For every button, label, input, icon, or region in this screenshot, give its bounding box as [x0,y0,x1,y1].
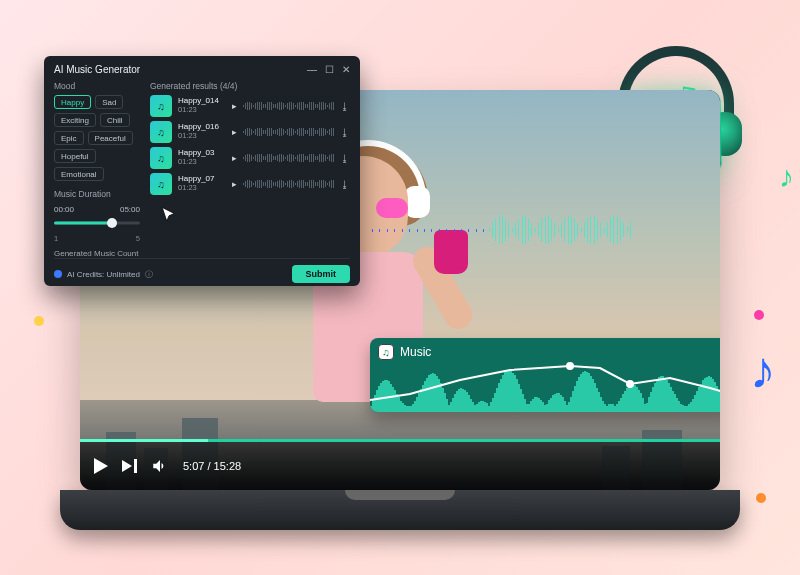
svg-point-0 [566,362,574,370]
credits-dot-icon [54,270,62,278]
results-list: ♫Happy_01401:23▸⭳♫Happy_01601:23▸⭳♫Happy… [150,95,350,195]
mood-tag-peaceful[interactable]: Peaceful [88,131,133,145]
result-play-icon[interactable]: ▸ [232,101,237,111]
result-play-icon[interactable]: ▸ [232,179,237,189]
result-thumb-icon: ♫ [150,121,172,143]
music-track-clip[interactable]: ♫ Music [370,338,720,412]
music-note-icon: ♪ [750,340,776,400]
download-icon[interactable]: ⭳ [340,153,350,164]
ai-music-generator-panel: AI Music Generator — ☐ ✕ Mood HappySadEx… [44,56,360,286]
result-thumb-icon: ♫ [150,95,172,117]
panel-title: AI Music Generator [54,64,140,75]
result-play-icon[interactable]: ▸ [232,127,237,137]
result-item[interactable]: ♫Happy_01401:23▸⭳ [150,95,350,117]
mood-tag-sad[interactable]: Sad [95,95,123,109]
play-button[interactable] [94,458,108,474]
download-icon[interactable]: ⭳ [340,127,350,138]
duration-end: 05:00 [120,205,140,214]
mood-section-label: Mood [54,81,140,91]
result-waveform [243,127,334,137]
mood-tag-happy[interactable]: Happy [54,95,91,109]
audio-waveform-icon [370,210,630,250]
results-section-label: Generated results (4/4) [150,81,350,91]
result-duration: 01:23 [178,184,224,192]
mood-tag-hopeful[interactable]: Hopeful [54,149,96,163]
duration-start: 00:00 [54,205,74,214]
download-icon[interactable]: ⭳ [340,101,350,112]
volume-button[interactable] [151,457,169,475]
decor-dot-orange [756,493,766,503]
mood-tag-emotional[interactable]: Emotional [54,167,104,181]
duration-slider[interactable] [54,218,140,228]
laptop-base [60,490,740,530]
decor-dot-yellow [34,316,44,326]
svg-point-1 [626,380,634,388]
download-icon[interactable]: ⭳ [340,179,350,190]
music-track-label: Music [400,345,431,359]
mood-tag-epic[interactable]: Epic [54,131,84,145]
next-button[interactable] [122,459,137,473]
result-duration: 01:23 [178,158,224,166]
generated-count-label: Generated Music Count [54,249,140,258]
music-note-icon: ♪ [779,160,794,194]
mood-tag-chill[interactable]: Chill [100,113,130,127]
info-icon[interactable]: ⓘ [145,269,153,280]
close-button[interactable]: ✕ [342,64,350,75]
progress-bar[interactable] [80,439,720,442]
result-waveform [243,101,334,111]
submit-button[interactable]: Submit [292,265,351,283]
maximize-button[interactable]: ☐ [325,64,334,75]
time-display: 5:07 / 15:28 [183,460,241,472]
result-item[interactable]: ♫Happy_01601:23▸⭳ [150,121,350,143]
minimize-button[interactable]: — [307,64,317,75]
result-duration: 01:23 [178,106,224,114]
result-thumb-icon: ♫ [150,147,172,169]
music-envelope-line [370,362,720,406]
result-thumb-icon: ♫ [150,173,172,195]
result-waveform [243,153,334,163]
result-waveform [243,179,334,189]
decor-dot-pink [754,310,764,320]
music-tag-icon: ♫ [378,344,394,360]
mood-tags: HappySadExcitingChillEpicPeacefulHopeful… [54,95,140,181]
result-item[interactable]: ♫Happy_0301:23▸⭳ [150,147,350,169]
result-item[interactable]: ♫Happy_0701:23▸⭳ [150,173,350,195]
duration-section-label: Music Duration [54,189,140,199]
video-player-bar: 5:07 / 15:28 [80,442,720,490]
mood-tag-exciting[interactable]: Exciting [54,113,96,127]
credits-indicator: AI Credits: Unlimited ⓘ [54,269,153,280]
result-duration: 01:23 [178,132,224,140]
result-play-icon[interactable]: ▸ [232,153,237,163]
